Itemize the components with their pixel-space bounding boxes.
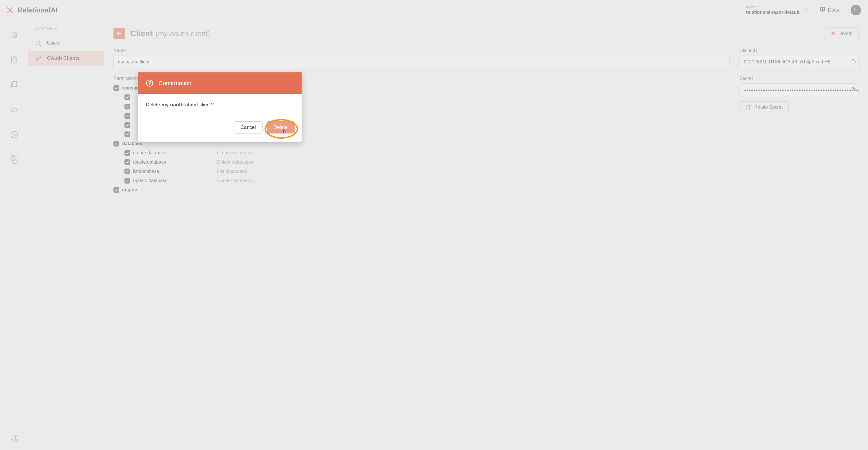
modal-body: Delete my-oauth-client client? (138, 94, 302, 115)
svg-point-15 (149, 85, 150, 85)
modal-overlay[interactable] (0, 0, 868, 450)
modal-header: Confirmation (138, 72, 302, 94)
confirmation-modal: Confirmation Delete my-oauth-client clie… (138, 72, 302, 142)
question-circle-icon (146, 79, 153, 87)
modal-client-name: my-oauth-client (161, 102, 198, 108)
modal-title: Confirmation (159, 80, 191, 87)
modal-delete-button[interactable]: Delete (267, 121, 294, 133)
modal-cancel-button[interactable]: Cancel (234, 121, 262, 133)
